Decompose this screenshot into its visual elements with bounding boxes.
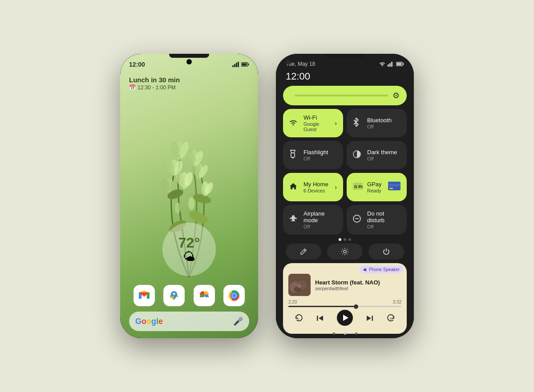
darktheme-tile-icon [353,150,363,160]
dnd-tile[interactable]: Do not disturb Off [347,205,407,235]
brightness-track [295,95,388,96]
svg-point-10 [192,192,212,205]
flashlight-sub: Off [303,156,337,161]
svg-line-65 [304,250,305,251]
svg-rect-3 [238,62,239,67]
skip-forward-icon[interactable] [365,314,374,324]
gmail-icon[interactable] [134,285,155,306]
phone1: 12:00 Lunch in 30 min 📅 12: [120,54,258,338]
svg-rect-0 [232,65,234,67]
svg-rect-54 [397,63,402,65]
audio-source-label: Phone Speaker [369,267,400,272]
skip-back-icon[interactable] [316,314,324,324]
progress-times: 2:20 3:32 [288,300,401,304]
nav-dot-1 [333,332,335,335]
media-player-wrapper: Phone Speaker Heart Storm [276,263,414,334]
wifi-label: Wi-Fi [303,114,330,121]
power-button-qs[interactable] [368,244,404,260]
svg-rect-55 [291,153,295,157]
airplane-label: Airplane mode [303,210,337,224]
mic-icon[interactable]: 🎤 [233,316,243,326]
qs-time: 12:00 [276,71,414,82]
svg-rect-49 [389,63,391,67]
bluetooth-tile-content: Bluetooth Off [367,117,400,129]
flashlight-tile-icon [289,149,299,161]
gpay-tile-icon: G Pay [353,183,363,192]
brightness-slider-row[interactable]: ⚙ [283,86,407,105]
time-current: 2:20 [288,300,297,304]
maps-icon[interactable] [163,285,185,306]
progress-bar[interactable] [288,306,401,307]
time-total: 3:32 [393,300,401,304]
media-progress[interactable]: 2:20 3:32 [288,300,401,307]
phone1-screen: 12:00 Lunch in 30 min 📅 12: [120,54,258,338]
svg-point-33 [188,197,194,210]
audio-source-badge: Phone Speaker [360,266,403,273]
svg-rect-48 [388,64,389,67]
darktheme-label: Dark theme [367,149,400,156]
notif-title: Lunch in 30 min [129,76,180,84]
chrome-icon[interactable] [223,285,245,306]
svg-point-35 [120,80,123,89]
dnd-sub: Off [367,224,400,229]
bottom-controls [283,244,407,260]
svg-rect-67 [364,269,365,271]
weather-widget: 72° 🌤 [162,223,216,276]
svg-point-34 [175,203,180,214]
dot-active [339,238,341,241]
settings-button[interactable] [327,244,363,260]
svg-rect-61 [388,184,400,187]
dnd-tile-icon [353,215,363,225]
brightness-gear-icon[interactable]: ⚙ [392,91,400,100]
media-player: Phone Speaker Heart Storm [283,263,407,334]
bluetooth-sub: Off [367,124,400,129]
wifi-tile-content: Wi-Fi Google Guest [303,114,330,132]
bluetooth-label: Bluetooth [367,117,400,124]
darktheme-tile[interactable]: Dark theme Off [347,141,407,169]
dot-inactive-1 [344,238,346,241]
svg-rect-51 [393,61,394,67]
qs-battery-icon [396,62,404,66]
speaker-icon [363,268,368,272]
svg-rect-2 [236,63,237,67]
gmail-logo [138,291,150,300]
qs-status-icons [379,61,404,67]
weather-icon: 🌤 [183,249,195,264]
phone2-camera [286,60,290,64]
myhome-tile[interactable]: My Home 6 Devices › [283,173,343,201]
airplane-tile-icon [289,215,299,225]
maps-logo [168,289,180,302]
svg-rect-53 [403,63,404,65]
myhome-tile-icon [289,182,299,192]
wifi-chevron[interactable]: › [335,120,337,127]
wifi-sub: Google Guest [303,121,330,132]
edit-button[interactable] [286,244,321,260]
battery-icon [241,62,249,67]
replay-icon[interactable]: 5 [295,314,303,324]
progress-thumb [354,304,358,309]
svg-rect-6 [242,64,247,66]
svg-text:5: 5 [298,318,299,320]
bluetooth-tile[interactable]: Bluetooth Off [347,109,407,137]
dot-inactive-2 [348,238,351,241]
notification: Lunch in 30 min 📅 12:30 - 1:00 PM [129,76,180,91]
gpay-tile[interactable]: G Pay GPay Ready [347,173,407,201]
myhome-chevron[interactable]: › [335,184,337,191]
play-button[interactable] [337,310,353,328]
chrome-logo [228,289,240,302]
search-bar[interactable]: Google 🎤 [129,312,249,331]
darktheme-tile-content: Dark theme Off [367,149,400,161]
notif-sub: 📅 12:30 - 1:00 PM [129,84,180,91]
quick-tiles-grid: Wi-Fi Google Guest › Bluetooth Off [283,109,407,235]
photos-icon[interactable] [194,285,215,306]
myhome-sub: 6 Devices [303,188,330,193]
svg-text:G Pay: G Pay [354,184,363,189]
airplane-tile[interactable]: Airplane mode Off [283,205,343,235]
calendar-icon: 📅 [129,84,136,91]
qs-signal-icon [388,61,394,67]
svg-rect-5 [248,64,249,65]
dnd-label: Do not disturb [367,210,400,224]
flashlight-tile[interactable]: Flashlight Off [283,141,343,169]
forward-icon[interactable]: 30 [386,314,395,324]
wifi-tile[interactable]: Wi-Fi Google Guest › [283,109,343,137]
